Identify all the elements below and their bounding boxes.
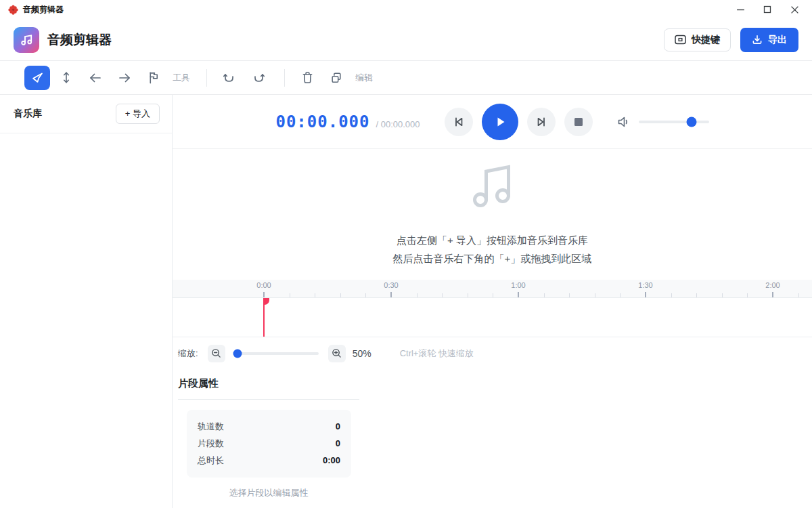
skip-start-icon <box>453 116 465 128</box>
app-flower-icon <box>8 5 18 15</box>
ruler-minor-tick <box>365 293 366 297</box>
timeline-ruler[interactable]: 0:000:301:001:302:00 <box>173 280 812 298</box>
ruler-minor-tick <box>544 293 545 297</box>
ruler-minor-tick <box>442 293 443 297</box>
keyboard-icon <box>675 35 686 45</box>
ruler-minor-tick <box>569 293 570 297</box>
transport-buttons <box>445 104 593 140</box>
shortcuts-button[interactable]: 快捷键 <box>664 28 731 51</box>
sidebar: 音乐库 + 导入 <box>0 95 173 508</box>
clip-properties-title: 片段属性 <box>178 377 359 400</box>
maximize-icon <box>763 5 771 14</box>
play-button[interactable] <box>482 104 518 140</box>
skip-end-button[interactable] <box>527 108 556 136</box>
close-icon <box>790 5 799 14</box>
clip-properties-card: 轨道数 0 片段数 0 总时长 0:00 <box>187 410 351 478</box>
stop-button[interactable] <box>564 108 593 136</box>
tools-label: 工具 <box>173 72 190 84</box>
trash-icon <box>302 71 313 84</box>
download-icon <box>752 35 763 45</box>
property-row-tracks: 轨道数 0 <box>198 418 340 435</box>
volume-slider-thumb[interactable] <box>686 117 696 127</box>
ruler-minor-tick <box>747 293 748 297</box>
ruler-label: 0:00 <box>256 281 271 289</box>
ruler-minor-tick <box>493 293 493 297</box>
close-button[interactable] <box>781 1 808 18</box>
magnifier-plus-icon <box>332 348 342 358</box>
zoom-out-button[interactable] <box>208 345 225 362</box>
tracks-count: 0 <box>336 421 340 431</box>
toolbar-divider <box>206 69 207 87</box>
empty-hint-line1: 点击左侧「+ 导入」按钮添加音乐到音乐库 <box>397 231 588 249</box>
clip-properties-hint: 选择片段以编辑属性 <box>178 487 359 499</box>
ruler-label: 0:30 <box>384 281 398 289</box>
zoom-in-button[interactable] <box>328 345 346 362</box>
nudge-left-button[interactable] <box>83 66 108 90</box>
export-button[interactable]: 导出 <box>740 28 798 52</box>
undo-button[interactable] <box>217 66 242 90</box>
minimize-icon <box>736 5 745 14</box>
cursor-arrow-icon <box>31 71 44 84</box>
ruler-minor-tick <box>798 293 799 297</box>
ruler-label: 2:00 <box>765 281 780 289</box>
time-display: 00:00.000 / 00:00.000 <box>275 112 420 131</box>
timeline-empty-state: 点击左侧「+ 导入」按钮添加音乐到音乐库 然后点击音乐右下角的「+」或拖拽到此区… <box>173 149 812 280</box>
header-right: 快捷键 导出 <box>664 28 798 52</box>
page-title: 音频剪辑器 <box>47 31 112 49</box>
nudge-right-button[interactable] <box>112 66 137 90</box>
volume-slider[interactable] <box>639 121 709 123</box>
empty-hint-line2: 然后点击音乐右下角的「+」或拖拽到此区域 <box>393 249 592 268</box>
toolbar: 工具 <box>0 61 812 95</box>
toolbar-divider <box>284 69 285 87</box>
content: 音乐库 + 导入 00:00.000 / 00:00.000 <box>0 95 812 508</box>
zoom-slider[interactable] <box>235 352 319 355</box>
music-note-icon <box>468 162 518 211</box>
clip-properties-panel: 片段属性 轨道数 0 片段数 0 总时长 0:00 <box>173 369 812 508</box>
playhead-flag[interactable] <box>263 298 269 305</box>
ruler-minor-tick <box>595 293 595 297</box>
zoom-hint: Ctrl+滚轮 快速缩放 <box>400 347 474 360</box>
zoom-percent: 50% <box>353 348 371 359</box>
app-header: 音频剪辑器 快捷键 导出 <box>0 19 812 61</box>
property-row-clips: 片段数 0 <box>198 435 340 452</box>
copy-icon <box>330 72 342 84</box>
window-title: 音频剪辑器 <box>23 4 64 16</box>
skip-start-button[interactable] <box>445 108 473 136</box>
titlebar-left: 音频剪辑器 <box>8 4 64 16</box>
minimize-button[interactable] <box>727 1 754 18</box>
app-logo-icon <box>14 27 39 53</box>
arrow-right-icon <box>118 72 131 84</box>
magnifier-minus-icon <box>211 348 221 358</box>
ruler-minor-tick <box>417 293 418 297</box>
ruler-minor-tick <box>315 293 315 297</box>
ruler-major-tick <box>645 292 646 297</box>
marker-tool-button[interactable] <box>141 66 166 90</box>
ruler-major-tick <box>518 292 519 297</box>
property-row-duration: 总时长 0:00 <box>198 452 340 469</box>
undo-icon <box>223 72 236 83</box>
ruler-minor-tick <box>468 293 468 297</box>
ruler-minor-tick <box>290 293 290 297</box>
stretch-tool-button[interactable] <box>53 66 79 90</box>
clips-count: 0 <box>336 438 340 448</box>
app-window: 音频剪辑器 <box>0 0 812 508</box>
track-area[interactable] <box>173 298 812 337</box>
vertical-arrows-icon <box>60 71 72 84</box>
music-library-title: 音乐库 <box>14 108 42 120</box>
play-icon <box>493 115 507 129</box>
select-tool-button[interactable] <box>24 66 50 90</box>
import-button[interactable]: + 导入 <box>116 104 160 124</box>
main-area: 00:00.000 / 00:00.000 <box>173 95 812 508</box>
total-duration: 0:00 <box>323 455 340 465</box>
speaker-icon <box>617 116 631 128</box>
redo-button[interactable] <box>246 66 271 90</box>
delete-button[interactable] <box>294 66 320 90</box>
zoom-label: 缩放: <box>178 347 198 360</box>
maximize-button[interactable] <box>754 1 781 18</box>
ruler-minor-tick <box>340 293 341 297</box>
duplicate-button[interactable] <box>323 66 349 90</box>
stop-icon <box>574 117 583 127</box>
ruler-minor-tick <box>620 293 621 297</box>
zoom-slider-thumb[interactable] <box>233 349 242 358</box>
current-time: 00:00.000 <box>275 112 369 131</box>
